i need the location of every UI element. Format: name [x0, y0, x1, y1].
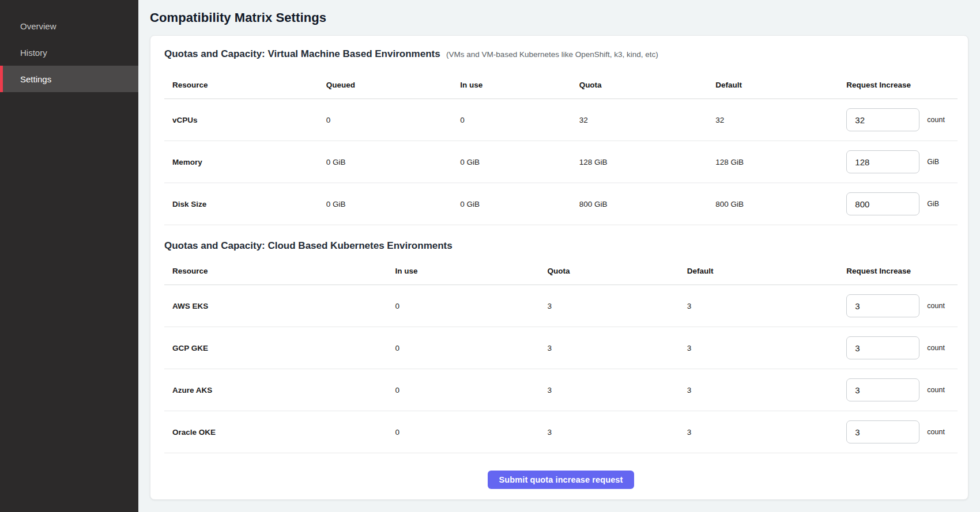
request-increase-cell: count	[846, 336, 958, 359]
column-header-quota: Quota	[579, 81, 716, 89]
in-use-value: 0	[395, 344, 547, 352]
gcp-gke-request-increase-input[interactable]	[846, 336, 919, 359]
default-value: 3	[687, 386, 847, 395]
request-increase-cell: GiB	[846, 192, 958, 215]
vm-table-header-row: Resource Queued In use Quota Default Req…	[164, 61, 958, 99]
sidebar-item-label: Overview	[20, 21, 56, 31]
default-value: 32	[715, 116, 846, 124]
vm-section-heading: Quotas and Capacity: Virtual Machine Bas…	[164, 48, 440, 59]
unit-label: count	[927, 386, 945, 394]
request-increase-cell: count	[846, 294, 958, 317]
quota-value: 3	[548, 428, 687, 437]
table-row-disk-size: Disk Size 0 GiB 0 GiB 800 GiB 800 GiB Gi…	[164, 183, 958, 225]
unit-label: GiB	[927, 158, 939, 166]
in-use-value: 0	[395, 302, 547, 310]
resource-name: AWS EKS	[164, 302, 395, 310]
request-increase-cell: count	[846, 420, 958, 443]
cloud-section-header: Quotas and Capacity: Cloud Based Kuberne…	[164, 239, 958, 253]
table-row-memory: Memory 0 GiB 0 GiB 128 GiB 128 GiB GiB	[164, 141, 958, 183]
sidebar: Overview History Settings	[0, 0, 138, 512]
resource-name: Memory	[164, 158, 326, 166]
default-value: 3	[687, 302, 847, 310]
column-header-default: Default	[715, 81, 846, 89]
queued-value: 0	[326, 116, 461, 124]
quota-value: 3	[548, 302, 687, 310]
column-header-in-use: In use	[395, 267, 547, 275]
sidebar-item-overview[interactable]: Overview	[0, 13, 138, 39]
request-increase-cell: count	[846, 108, 958, 131]
table-row-gcp-gke: GCP GKE 0 3 3 count	[164, 327, 958, 369]
cloud-section-heading: Quotas and Capacity: Cloud Based Kuberne…	[164, 240, 453, 251]
azure-aks-request-increase-input[interactable]	[846, 378, 919, 401]
unit-label: count	[927, 428, 945, 436]
column-header-quota: Quota	[548, 267, 687, 275]
column-header-resource: Resource	[164, 267, 395, 275]
quota-value: 128 GiB	[579, 158, 716, 166]
resource-name: Oracle OKE	[164, 428, 395, 437]
quota-value: 800 GiB	[579, 200, 716, 208]
vm-section-note: (VMs and VM-based Kubernetes like OpenSh…	[446, 50, 658, 59]
unit-label: count	[927, 302, 945, 310]
quota-value: 3	[548, 386, 687, 395]
default-value: 800 GiB	[715, 200, 846, 208]
sidebar-item-label: History	[20, 48, 47, 58]
page-title: Compatibility Matrix Settings	[150, 10, 980, 25]
sidebar-item-history[interactable]: History	[0, 39, 138, 66]
unit-label: count	[927, 344, 945, 352]
in-use-value: 0	[460, 116, 579, 124]
column-header-default: Default	[687, 267, 847, 275]
column-header-queued: Queued	[326, 81, 461, 89]
queued-value: 0 GiB	[326, 200, 461, 208]
sidebar-item-label: Settings	[20, 74, 51, 84]
default-value: 128 GiB	[715, 158, 846, 166]
column-header-in-use: In use	[460, 81, 579, 89]
default-value: 3	[687, 344, 847, 352]
resource-name: Azure AKS	[164, 386, 395, 395]
in-use-value: 0 GiB	[460, 158, 579, 166]
settings-card: Quotas and Capacity: Virtual Machine Bas…	[150, 35, 968, 500]
main-content: Compatibility Matrix Settings Quotas and…	[138, 0, 980, 512]
in-use-value: 0 GiB	[460, 200, 579, 208]
column-header-request-increase: Request Increase	[846, 267, 958, 275]
column-header-resource: Resource	[164, 81, 326, 89]
request-increase-cell: count	[846, 378, 958, 401]
memory-request-increase-input[interactable]	[846, 150, 919, 173]
quota-value: 3	[548, 344, 687, 352]
submit-quota-increase-button[interactable]: Submit quota increase request	[488, 471, 635, 489]
in-use-value: 0	[395, 386, 547, 395]
vcpus-request-increase-input[interactable]	[846, 108, 919, 131]
column-header-request-increase: Request Increase	[846, 81, 958, 89]
sidebar-item-settings[interactable]: Settings	[0, 66, 138, 92]
in-use-value: 0	[395, 428, 547, 437]
table-row-azure-aks: Azure AKS 0 3 3 count	[164, 369, 958, 411]
quota-value: 32	[579, 116, 716, 124]
table-row-oracle-oke: Oracle OKE 0 3 3 count	[164, 411, 958, 453]
vm-section-header: Quotas and Capacity: Virtual Machine Bas…	[164, 47, 958, 61]
request-increase-cell: GiB	[846, 150, 958, 173]
vm-quota-table: Resource Queued In use Quota Default Req…	[164, 61, 958, 225]
unit-label: GiB	[927, 200, 939, 208]
button-row: Submit quota increase request	[164, 471, 958, 489]
disk-size-request-increase-input[interactable]	[846, 192, 919, 215]
aws-eks-request-increase-input[interactable]	[846, 294, 919, 317]
oracle-oke-request-increase-input[interactable]	[846, 420, 919, 443]
default-value: 3	[687, 428, 847, 437]
resource-name: vCPUs	[164, 116, 326, 124]
resource-name: GCP GKE	[164, 344, 395, 352]
unit-label: count	[927, 116, 945, 124]
cloud-table-header-row: Resource In use Quota Default Request In…	[164, 253, 958, 285]
resource-name: Disk Size	[164, 200, 326, 208]
table-row-vcpus: vCPUs 0 0 32 32 count	[164, 99, 958, 141]
table-row-aws-eks: AWS EKS 0 3 3 count	[164, 285, 958, 327]
cloud-quota-table: Resource In use Quota Default Request In…	[164, 253, 958, 453]
queued-value: 0 GiB	[326, 158, 461, 166]
